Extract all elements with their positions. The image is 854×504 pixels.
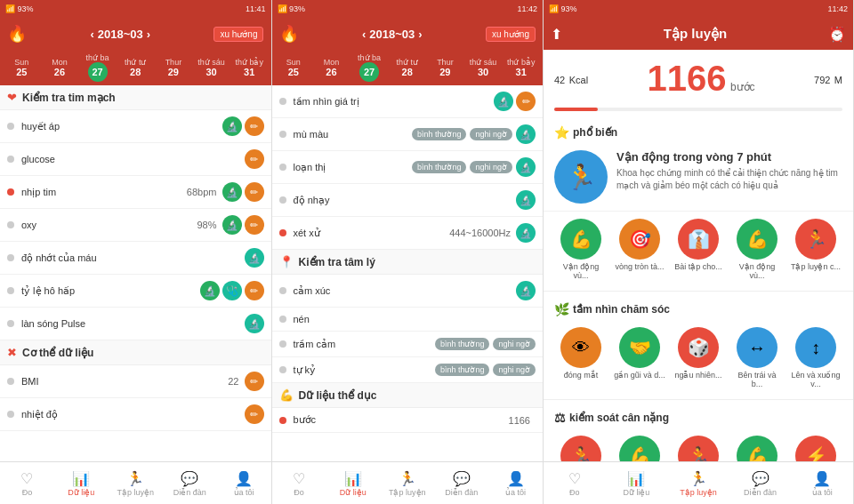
bottom-nav-1: ♡ Đo 📊 Dữ liệu 🏃 Tập luyện 💬 Diễn đàn 👤 …	[0, 461, 271, 504]
weight-title: kiểm soát cân nặng	[569, 412, 669, 424]
dot-pulse	[7, 320, 14, 327]
edit-btn-bmi[interactable]: ✏	[245, 372, 264, 391]
nav-forum-2[interactable]: 💬 Diễn đàn	[434, 470, 488, 497]
teal-btn-xx[interactable]: 🔬	[516, 223, 536, 243]
teal-btn-lt[interactable]: 🔬	[516, 157, 536, 177]
chevron-right-1[interactable]: ›	[147, 28, 150, 41]
panel-1: 📶 93% 11:41 🔥 ‹ 2018~03 › xu hướng Sun 2…	[0, 0, 272, 504]
header-title-3: Tập luyện	[664, 26, 727, 42]
share-icon[interactable]: ⬆	[551, 26, 562, 43]
dot-nen	[279, 316, 286, 323]
care-item-3[interactable]: 🎲 ngẫu nhiên...	[672, 327, 725, 388]
nav-data-2[interactable]: 📊 Dữ liệu	[326, 470, 380, 497]
user-nav-icon: 👤	[235, 470, 253, 487]
fire-icon-1: 🔥	[7, 24, 27, 44]
row-oxy: oxy 98% 🔬 ✏	[0, 209, 271, 242]
header-nav-1: ‹ 2018~03 ›	[90, 28, 150, 41]
header-2: 🔥 ‹ 2018~03 › xu hướng	[272, 18, 544, 50]
actions-huyet-ap: 🔬 ✏	[222, 116, 264, 136]
measure-btn-oxy[interactable]: 🔬	[222, 215, 242, 235]
muscle-icon: 💪	[279, 388, 294, 402]
alarm-icon[interactable]: ⏰	[828, 26, 846, 43]
nav-me-1[interactable]: 👤 ủa tôi	[217, 470, 271, 497]
nav-me-2[interactable]: 👤 ủa tôi	[488, 470, 543, 497]
teal-btn-dn[interactable]: 🔬	[516, 190, 536, 210]
body-icon: ✖	[7, 346, 17, 359]
edit-btn-oxy[interactable]: ✏	[245, 215, 264, 235]
nav-exercise-1[interactable]: 🏃 Tập luyện	[109, 470, 163, 497]
nav-do-1[interactable]: ♡ Đo	[0, 470, 54, 497]
nav-do-3[interactable]: ♡ Đo	[544, 470, 606, 497]
nav-label-me-3: ủa tôi	[812, 488, 833, 497]
row-mu-mau: mù màu bình thường nghi ngờ 🔬	[272, 118, 544, 151]
weight-item-1[interactable]: 🏃 Vận động tr...	[554, 436, 608, 461]
grid-item-3[interactable]: 👔 Bài tập cho...	[672, 219, 725, 280]
edit-btn-nhip[interactable]: ✏	[245, 182, 264, 202]
chat-nav-icon-2: 💬	[453, 470, 471, 487]
grid-item-2[interactable]: 🎯 vòng tròn tà...	[613, 219, 666, 280]
care-item-2[interactable]: 🤝 gần gũi và d...	[613, 327, 666, 388]
weight-item-5[interactable]: ⚡ quick worko...	[789, 436, 842, 461]
label-ho-hap: tỷ lệ hô hấp	[21, 285, 200, 297]
content-3: ⭐ phổ biến 🏃 Vận động trong vòng 7 phút …	[544, 118, 853, 461]
grid-item-4[interactable]: 💪 Vận động vù...	[730, 219, 784, 280]
add-btn[interactable]: 🔬	[222, 116, 242, 136]
nav-label-do: Đo	[22, 488, 33, 497]
popular-title: phổ biến	[573, 126, 617, 139]
grid-label-5: Tập luyện c...	[791, 262, 841, 271]
btn2[interactable]: 🩺	[222, 281, 242, 300]
care-label-1: đóng mắt	[564, 371, 599, 380]
trend-btn-1[interactable]: xu hướng	[214, 27, 263, 42]
care-item-5[interactable]: ↕ Lên và xuống v...	[789, 327, 842, 388]
trend-btn-2[interactable]: xu hướng	[486, 27, 536, 42]
care-icon-4: ↔	[737, 327, 777, 368]
btn3[interactable]: ✏	[245, 281, 264, 300]
nav-forum-1[interactable]: 💬 Diễn đàn	[163, 470, 217, 497]
teal-btn-tv[interactable]: 🔬	[494, 92, 513, 111]
chevron-right-2[interactable]: ›	[418, 28, 422, 41]
weight-item-3[interactable]: 🏃 Tập luyện c...	[672, 436, 725, 461]
header-nav-2: ‹ 2018~03 ›	[362, 28, 423, 41]
nav-data-3[interactable]: 📊 Dữ liệu	[606, 470, 668, 497]
nav-me-3[interactable]: 👤 ủa tôi	[791, 470, 853, 497]
chevron-left-1[interactable]: ‹	[90, 28, 93, 41]
nav-do-2[interactable]: ♡ Đo	[272, 470, 326, 497]
label-glucose: glucose	[21, 154, 245, 164]
cal-fri-1: thứ sáu 30	[193, 58, 230, 77]
cal-sat-1: thứ bảy 31	[231, 58, 268, 77]
care-label-4: Bên trái và b...	[731, 371, 783, 388]
nav-label-do-3: Đo	[569, 488, 580, 497]
edit-btn-tv[interactable]: ✏	[516, 92, 536, 111]
actions-cam-xuc: 🔬	[516, 281, 536, 300]
care-icon-3: 🎲	[678, 327, 719, 368]
featured-exercise[interactable]: 🏃 Vận động trong vòng 7 phút Khoa học ch…	[544, 143, 853, 212]
weight-item-2[interactable]: 💪 Vận động vù...	[613, 436, 666, 461]
teal-btn-mm[interactable]: 🔬	[516, 124, 536, 144]
btn1[interactable]: 🔬	[200, 281, 220, 300]
cal-tue-1[interactable]: thứ ba 27	[79, 53, 116, 82]
nav-exercise-2[interactable]: 🏃 Tập luyện	[380, 470, 434, 497]
care-item-1[interactable]: 👁 đóng mắt	[554, 327, 608, 388]
measure-btn[interactable]: 🔬	[222, 182, 242, 202]
chevron-left-2[interactable]: ‹	[362, 28, 366, 41]
panel-3: 📶 93% 11:42 ⬆ Tập luyện ⏰ 42 Kcal 1166 b…	[544, 0, 854, 504]
edit-btn-glucose[interactable]: ✏	[245, 149, 264, 169]
edit-btn-nhiet[interactable]: ✏	[245, 404, 264, 424]
nav-forum-3[interactable]: 💬 Diễn đàn	[729, 470, 792, 497]
grid-item-1[interactable]: 💪 Vận động vù...	[554, 219, 608, 280]
status-time-1: 11:41	[246, 4, 266, 13]
cal-tue-2[interactable]: thứ ba 27	[351, 53, 388, 82]
grid-item-5[interactable]: 🏃 Tập luyện c...	[789, 219, 842, 280]
value-bmi: 22	[228, 376, 238, 387]
teal-btn-pulse[interactable]: 🔬	[245, 314, 264, 333]
edit-btn[interactable]: ✏	[245, 116, 264, 136]
care-item-4[interactable]: ↔ Bên trái và b...	[730, 327, 784, 388]
teal-btn-cx[interactable]: 🔬	[516, 281, 536, 300]
badges-tu-ky: bình thường nghi ngờ	[435, 364, 536, 376]
teal-btn-nhot[interactable]: 🔬	[245, 248, 264, 268]
weight-item-4[interactable]: 💪 Vận động vù...	[730, 436, 784, 461]
nav-exercise-3[interactable]: 🏃 Tập luyện	[667, 470, 729, 497]
nav-data-1[interactable]: 📊 Dữ liệu	[54, 470, 109, 497]
label-tram-cam: trầm cảm	[294, 339, 435, 350]
calendar-2: Sun 25 Mon 26 thứ ba 27 thứ tư 28 Thur 2…	[272, 50, 544, 85]
